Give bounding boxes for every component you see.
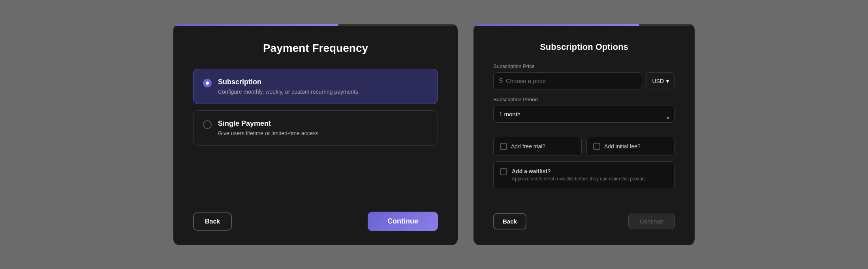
initial-fee-checkbox[interactable] bbox=[593, 143, 600, 150]
left-panel-title: Payment Frequency bbox=[193, 42, 438, 55]
free-trial-checkbox[interactable] bbox=[500, 143, 507, 150]
waitlist-label: Add a waitlist? bbox=[512, 168, 646, 174]
subscription-price-label: Subscription Price bbox=[493, 63, 675, 69]
right-back-button[interactable]: Back bbox=[493, 213, 526, 229]
period-label: Subscription Period bbox=[493, 97, 675, 102]
single-payment-label: Single Payment bbox=[218, 119, 318, 128]
subscription-text: Subscription Configure monthly, weekly, … bbox=[218, 78, 358, 95]
right-panel-title: Subscription Options bbox=[493, 42, 675, 52]
right-continue-button: Continue bbox=[628, 214, 675, 229]
waitlist-desc: Approve users off of a waitlist before t… bbox=[512, 176, 646, 182]
price-input-row: $ USD ▾ bbox=[493, 72, 675, 89]
subscription-price-section: Subscription Price $ USD ▾ bbox=[493, 63, 675, 97]
left-continue-button[interactable]: Continue bbox=[368, 212, 438, 231]
initial-fee-label: Add initial fee? bbox=[604, 143, 641, 150]
dollar-sign-icon: $ bbox=[499, 78, 503, 85]
single-payment-option[interactable]: Single Payment Give users lifetime or li… bbox=[193, 110, 438, 146]
waitlist-text: Add a waitlist? Approve users off of a w… bbox=[512, 168, 646, 182]
free-trial-label: Add free trial? bbox=[511, 143, 545, 150]
free-trial-card[interactable]: Add free trial? bbox=[493, 137, 582, 156]
subscription-period-section: Subscription Period 1 month 1 week 3 mon… bbox=[493, 97, 675, 137]
checkboxes-row: Add free trial? Add initial fee? bbox=[493, 137, 675, 156]
left-panel-footer: Back Continue bbox=[173, 202, 458, 245]
currency-chevron: ▾ bbox=[666, 78, 669, 84]
single-payment-desc: Give users lifetime or limited-time acce… bbox=[218, 130, 318, 136]
right-panel-footer: Back Continue bbox=[493, 213, 675, 229]
waitlist-card[interactable]: Add a waitlist? Approve users off of a w… bbox=[493, 161, 675, 188]
subscription-label: Subscription bbox=[218, 78, 358, 86]
currency-select[interactable]: USD ▾ bbox=[646, 72, 675, 89]
left-panel: Payment Frequency Subscription Configure… bbox=[173, 24, 458, 245]
subscription-desc: Configure monthly, weekly, or custom rec… bbox=[218, 89, 358, 95]
price-input-wrapper: $ bbox=[493, 72, 642, 89]
initial-fee-card[interactable]: Add initial fee? bbox=[586, 137, 675, 156]
period-select[interactable]: 1 month 1 week 3 months 6 months 1 year bbox=[493, 106, 675, 123]
currency-label: USD bbox=[652, 78, 664, 84]
period-select-wrapper: 1 month 1 week 3 months 6 months 1 year … bbox=[493, 106, 675, 130]
right-panel: Subscription Options Subscription Price … bbox=[473, 24, 695, 245]
waitlist-checkbox[interactable] bbox=[500, 168, 507, 175]
left-back-button[interactable]: Back bbox=[193, 212, 232, 231]
price-input[interactable] bbox=[506, 73, 637, 89]
single-payment-text: Single Payment Give users lifetime or li… bbox=[218, 119, 318, 136]
single-payment-radio[interactable] bbox=[203, 120, 212, 129]
subscription-radio[interactable] bbox=[203, 79, 212, 87]
subscription-option[interactable]: Subscription Configure monthly, weekly, … bbox=[193, 69, 438, 104]
